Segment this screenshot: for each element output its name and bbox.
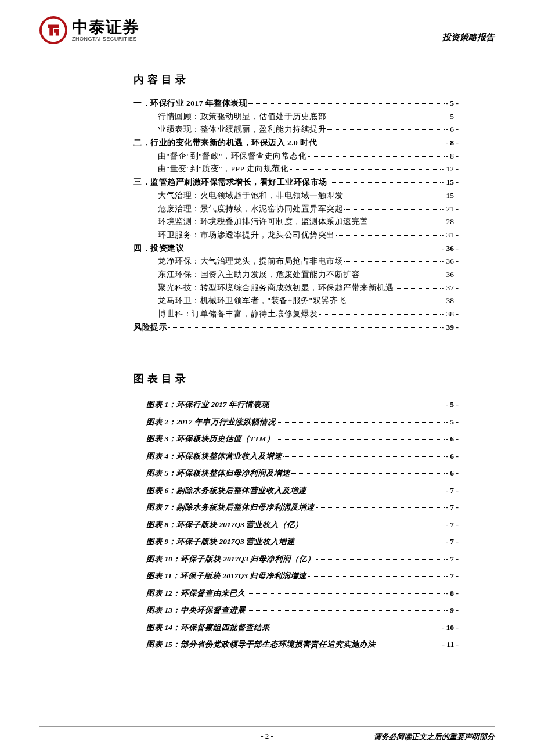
figure-leader-dots <box>271 628 441 628</box>
figure-leader-dots <box>308 576 444 577</box>
toc-entry-label: 由"量变"到"质变"，PPP 走向规范化 <box>158 165 288 173</box>
figure-entry: 图表 11：环保子版块 2017Q3 归母净利润增速- 7 - <box>134 572 459 580</box>
toc-leader-dots <box>185 249 441 249</box>
figure-entry: 图表 15：部分省份党政领导干部生态环境损害责任追究实施办法- 11 - <box>134 640 459 649</box>
disclaimer-note: 请务必阅读正文之后的重要声明部分 <box>374 732 495 742</box>
toc-entry-page: - 6 - <box>446 125 459 134</box>
figure-entry: 图表 5：环保板块整体归母净利润及增速- 6 - <box>134 469 459 477</box>
toc-entry-page: - 36 - <box>442 244 459 253</box>
toc-entry-page: - 12 - <box>442 165 459 173</box>
toc-entry-label: 危废治理：景气度持续，水泥窑协同处置异军突起 <box>158 205 343 213</box>
toc-entry-page: - 36 - <box>442 257 459 265</box>
toc-entry-label: 一．环保行业 2017 年整体表现 <box>134 99 247 107</box>
figure-entry: 图表 12：环保督查由来已久- 8 - <box>134 589 459 597</box>
toc-entry-label: 聚光科技：转型环境综合服务商成效初显，环保趋严带来新机遇 <box>158 284 394 292</box>
toc-entry: 龙净环保：大气治理龙头，提前布局抢占非电市场- 36 - <box>134 257 459 265</box>
figure-leader-dots <box>283 456 444 457</box>
figure-entry: 图表 14：环保督察组四批督查结果- 10 - <box>134 624 459 632</box>
toc-leader-dots <box>308 156 444 157</box>
toc-entry-page: - 38 - <box>442 310 459 318</box>
figure-entry-page: - 7 - <box>446 503 459 512</box>
toc-leader-dots <box>327 117 445 117</box>
toc-entry-label: 龙马环卫：机械环卫领军者，"装备+服务"双翼齐飞 <box>158 297 347 305</box>
figure-entry-label: 图表 6：剔除水务板块后整体营业收入及增速 <box>146 487 306 495</box>
logo-en: ZHONGTAI SECURITIES <box>72 37 139 42</box>
toc-title: 内容目录 <box>134 73 459 87</box>
figure-entry-page: - 11 - <box>442 640 459 649</box>
toc-entry-label: 三．监管趋严刺激环保需求增长，看好工业环保市场 <box>134 178 327 186</box>
figure-entry: 图表 7：剔除水务板块后整体归母净利润及增速- 7 - <box>134 503 459 512</box>
figure-entry: 图表 4：环保板块整体营业收入及增速- 6 - <box>134 452 459 460</box>
toc-entry: 龙马环卫：机械环卫领军者，"装备+服务"双翼齐飞- 38 - <box>134 297 459 305</box>
figure-leader-dots <box>304 525 444 525</box>
figure-entry: 图表 10：环保子版块 2017Q3 归母净利润（亿）- 7 - <box>134 555 459 563</box>
figure-entry: 图表 2：2017 年申万行业涨跌幅情况- 5 - <box>134 418 459 426</box>
toc-entry-label: 行情回顾：政策驱动明显，估值处于历史底部 <box>158 113 326 121</box>
figure-entry: 图表 9：环保子版块 2017Q3 营业收入增速- 7 - <box>134 538 459 546</box>
figure-leader-dots <box>291 473 444 474</box>
figure-leader-dots <box>247 610 445 611</box>
toc-entry-page: - 39 - <box>442 323 459 332</box>
toc-leader-dots <box>168 327 441 328</box>
toc-entry: 业绩表现：整体业绩靓丽，盈利能力持续提升- 6 - <box>134 125 459 134</box>
figure-leader-dots <box>316 507 444 508</box>
figure-entry: 图表 3：环保板块历史估值（TTM）- 6 - <box>134 435 459 443</box>
figure-entry-label: 图表 3：环保板块历史估值（TTM） <box>146 435 275 443</box>
figure-entry-page: - 7 - <box>446 572 459 580</box>
figure-leader-dots <box>316 559 444 560</box>
svg-point-0 <box>41 17 66 43</box>
toc-entry: 二．行业的变化带来新的机遇，环保迈入 2.0 时代- 8 - <box>134 139 459 147</box>
toc-entry: 一．环保行业 2017 年整体表现- 5 - <box>134 99 459 107</box>
zhongtai-logo-icon <box>39 16 67 44</box>
toc-entry-page: - 21 - <box>442 205 459 213</box>
figure-entry-label: 图表 15：部分省份党政领导干部生态环境损害责任追究实施办法 <box>146 640 376 649</box>
toc-entry-page: - 5 - <box>446 99 459 107</box>
figure-entry-page: - 7 - <box>446 521 459 529</box>
toc-entry: 东江环保：国资入主助力发展，危废处置能力不断扩容- 36 - <box>134 271 459 279</box>
toc-entry: 危废治理：景气度持续，水泥窑协同处置异军突起- 21 - <box>134 205 459 213</box>
figure-leader-dots <box>276 439 445 440</box>
figure-entry-label: 图表 14：环保督察组四批督查结果 <box>146 624 270 632</box>
toc-entry-label: 环卫服务：市场渗透率提升，龙头公司优势突出 <box>158 231 335 239</box>
figure-entry-label: 图表 11：环保子版块 2017Q3 归母净利润增速 <box>146 572 306 580</box>
toc-entry-label: 由"督企"到"督政"，环保督查走向常态化 <box>158 152 306 160</box>
toc-entry: 聚光科技：转型环境综合服务商成效初显，环保趋严带来新机遇- 37 - <box>134 284 459 292</box>
figure-entry: 图表 6：剔除水务板块后整体营业收入及增速- 7 - <box>134 487 459 495</box>
figures-title: 图表目录 <box>134 372 459 386</box>
toc-entry: 由"督企"到"督政"，环保督查走向常态化- 8 - <box>134 152 459 160</box>
toc-entry-page: - 38 - <box>442 297 459 305</box>
page-content: 内容目录 一．环保行业 2017 年整体表现- 5 -行情回顾：政策驱动明显，估… <box>0 49 534 649</box>
toc-entry-label: 风险提示 <box>134 323 167 332</box>
toc-leader-dots <box>395 288 441 289</box>
toc-entry-page: - 8 - <box>446 152 459 160</box>
toc-entry: 环卫服务：市场渗透率提升，龙头公司优势突出- 31 - <box>134 231 459 239</box>
figure-entry: 图表 1：环保行业 2017 年行情表现- 5 - <box>134 401 459 409</box>
figure-entry-page: - 6 - <box>446 469 459 477</box>
figures-list: 图表 1：环保行业 2017 年行情表现- 5 -图表 2：2017 年申万行业… <box>134 401 459 649</box>
figure-entry-label: 图表 10：环保子版块 2017Q3 归母净利润（亿） <box>146 555 315 563</box>
toc-leader-dots <box>319 314 441 315</box>
figure-entry-page: - 7 - <box>446 487 459 495</box>
figure-entry-page: - 8 - <box>446 589 459 597</box>
figure-entry-page: - 6 - <box>446 435 459 443</box>
figure-leader-dots <box>308 491 444 491</box>
report-type: 投资策略报告 <box>442 32 495 44</box>
page-number: - 2 - <box>261 732 273 741</box>
toc-leader-dots <box>370 222 441 222</box>
figure-entry-label: 图表 9：环保子版块 2017Q3 营业收入增速 <box>146 538 295 546</box>
toc-entry-page: - 8 - <box>446 139 459 147</box>
logo: 中泰证券 ZHONGTAI SECURITIES <box>39 16 139 44</box>
toc-leader-dots <box>318 143 444 143</box>
figure-entry-label: 图表 8：环保子版块 2017Q3 营业收入（亿） <box>146 521 303 529</box>
toc-leader-dots <box>290 169 440 170</box>
figure-entry-label: 图表 5：环保板块整体归母净利润及增速 <box>146 469 290 477</box>
toc-leader-dots <box>336 235 441 236</box>
toc-leader-dots <box>329 182 441 183</box>
toc-entry-page: - 36 - <box>442 271 459 279</box>
figure-entry-label: 图表 1：环保行业 2017 年行情表现 <box>146 401 269 409</box>
toc-entry: 行情回顾：政策驱动明显，估值处于历史底部- 5 - <box>134 113 459 121</box>
figure-entry-page: - 7 - <box>446 538 459 546</box>
figure-entry-label: 图表 12：环保督查由来已久 <box>146 589 246 597</box>
figure-entry-page: - 6 - <box>446 452 459 460</box>
toc-entry-page: - 15 - <box>442 178 459 186</box>
